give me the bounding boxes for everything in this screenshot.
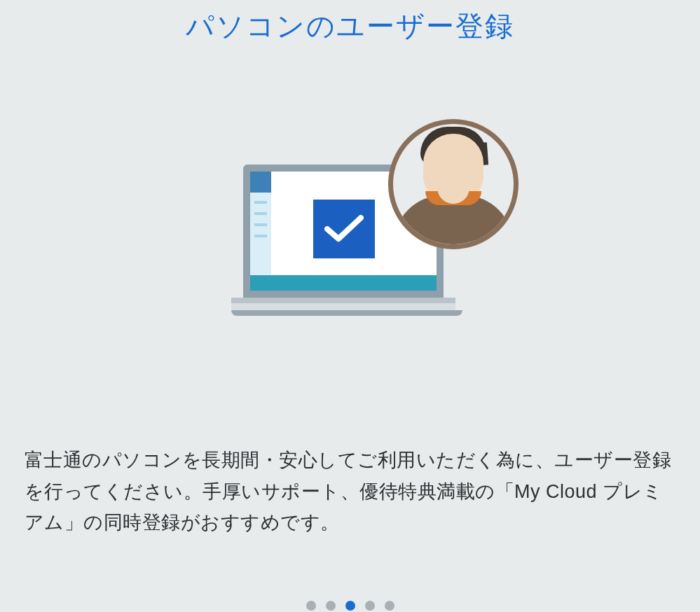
page-dot-4[interactable] bbox=[365, 601, 375, 611]
user-avatar-icon bbox=[388, 119, 519, 249]
checkmark-icon bbox=[313, 200, 375, 258]
page-dot-1[interactable] bbox=[306, 601, 316, 611]
page-dot-3[interactable] bbox=[345, 601, 355, 611]
page-dot-5[interactable] bbox=[385, 601, 394, 611]
page-indicator bbox=[306, 601, 394, 611]
page-title: パソコンのユーザー登録 bbox=[186, 7, 514, 46]
page-dot-2[interactable] bbox=[326, 601, 336, 611]
description-text: 富士通のパソコンを長期間・安心してご利用いただく為に、ユーザー登録を行ってくださ… bbox=[25, 445, 676, 538]
illustration bbox=[0, 123, 700, 361]
